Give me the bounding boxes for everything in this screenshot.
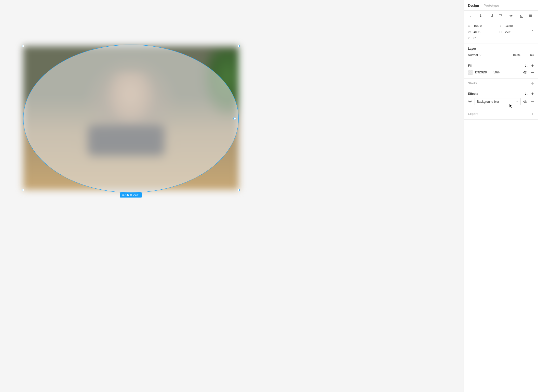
svg-point-10 [469, 101, 470, 102]
stroke-title: Stroke [468, 82, 477, 85]
add-stroke-icon[interactable] [531, 82, 534, 85]
resize-handle-top-right[interactable] [238, 45, 240, 47]
blur-ellipse[interactable] [23, 45, 239, 193]
rotation-icon [468, 37, 472, 40]
svg-point-4 [527, 66, 527, 67]
svg-point-5 [525, 72, 526, 73]
h-label: H [500, 30, 503, 34]
remove-fill-icon[interactable] [531, 71, 534, 74]
svg-point-6 [525, 93, 526, 93]
size-badge-separator-icon [130, 194, 132, 196]
layer-opacity-value: 100% [513, 53, 520, 57]
size-badge-width: 4096 [122, 193, 129, 197]
align-top-icon[interactable] [498, 13, 503, 18]
y-field[interactable]: Y -4018 [500, 24, 528, 28]
align-more-icon[interactable] [529, 13, 534, 18]
align-center-horizontal-icon[interactable] [478, 13, 483, 18]
h-value[interactable]: 2731 [505, 30, 512, 34]
blend-mode-value: Normal [468, 53, 478, 57]
fill-visibility-icon[interactable] [523, 70, 527, 74]
align-right-icon[interactable] [488, 13, 493, 18]
effect-type-value: Background blur [477, 100, 499, 103]
add-effect-icon[interactable] [531, 92, 534, 95]
effects-title: Effects [468, 92, 478, 96]
canvas[interactable]: 4096 2731 [0, 0, 464, 392]
effect-visibility-icon[interactable] [523, 100, 527, 104]
alignment-row [464, 11, 538, 21]
export-title: Export [468, 112, 478, 116]
fill-styles-icon[interactable] [525, 64, 528, 67]
effect-type-select[interactable]: Background blur [475, 98, 521, 105]
effects-styles-icon[interactable] [525, 92, 528, 95]
size-badge-height: 2731 [133, 193, 140, 197]
svg-point-7 [527, 93, 527, 93]
layer-title: Layer [468, 47, 476, 50]
w-value[interactable]: 4096 [474, 30, 480, 34]
fill-title: Fill [468, 64, 472, 68]
x-field[interactable]: X 10688 [468, 24, 496, 28]
x-label: X [468, 24, 472, 28]
svg-point-1 [525, 65, 526, 65]
layer-visibility-icon[interactable] [530, 53, 534, 57]
resize-handle-bottom-right[interactable] [238, 189, 240, 191]
properties-panel: Design Prototype [464, 0, 538, 392]
x-value[interactable]: 10688 [474, 24, 482, 28]
add-fill-icon[interactable] [531, 64, 534, 67]
svg-point-9 [527, 94, 527, 95]
transform-section: X 10688 Y -4018 W 4096 H 2731 [464, 21, 538, 44]
fill-section: Fill D9D9D9 50% [464, 61, 538, 79]
tab-design[interactable]: Design [468, 4, 479, 7]
align-center-vertical-icon[interactable] [508, 13, 514, 18]
remove-effect-icon[interactable] [531, 100, 534, 103]
svg-point-0 [531, 55, 532, 56]
svg-point-2 [527, 65, 527, 65]
layer-opacity-field[interactable]: 100% [513, 53, 528, 57]
h-field[interactable]: H 2731 [500, 30, 528, 34]
fill-swatch[interactable] [468, 70, 473, 75]
svg-point-3 [525, 66, 526, 67]
w-label: W [468, 30, 472, 34]
resize-handle-bottom-left[interactable] [22, 189, 24, 191]
tab-prototype[interactable]: Prototype [483, 4, 499, 7]
fill-hex-field[interactable]: D9D9D9 [475, 71, 491, 74]
add-export-icon[interactable] [531, 112, 534, 115]
export-section: Export [464, 109, 538, 120]
svg-point-11 [525, 101, 526, 102]
align-bottom-icon[interactable] [519, 13, 524, 18]
y-label: Y [500, 24, 503, 28]
effects-section: Effects Background blur [464, 89, 538, 109]
ellipse-radius-handle[interactable] [233, 117, 236, 120]
selection-frame[interactable]: 4096 2731 [23, 46, 239, 190]
blend-mode-select[interactable]: Normal [468, 53, 510, 57]
rotation-field[interactable]: 0° [468, 36, 496, 40]
chevron-down-icon [479, 54, 481, 56]
svg-point-8 [525, 94, 526, 95]
resize-handle-top-left[interactable] [22, 45, 24, 47]
panel-tabs: Design Prototype [464, 0, 538, 11]
stroke-section: Stroke [464, 79, 538, 89]
fill-opacity-field[interactable]: 50% [493, 71, 504, 74]
align-left-icon[interactable] [468, 13, 473, 18]
chevron-down-icon [516, 101, 518, 102]
y-value[interactable]: -4018 [505, 24, 513, 28]
layer-section: Layer Normal 100% [464, 44, 538, 61]
w-field[interactable]: W 4096 [468, 30, 496, 34]
rotation-value[interactable]: 0° [474, 36, 476, 40]
size-badge: 4096 2731 [120, 192, 142, 198]
effect-settings-icon[interactable] [468, 100, 472, 104]
constrain-proportions-icon[interactable] [531, 30, 534, 34]
